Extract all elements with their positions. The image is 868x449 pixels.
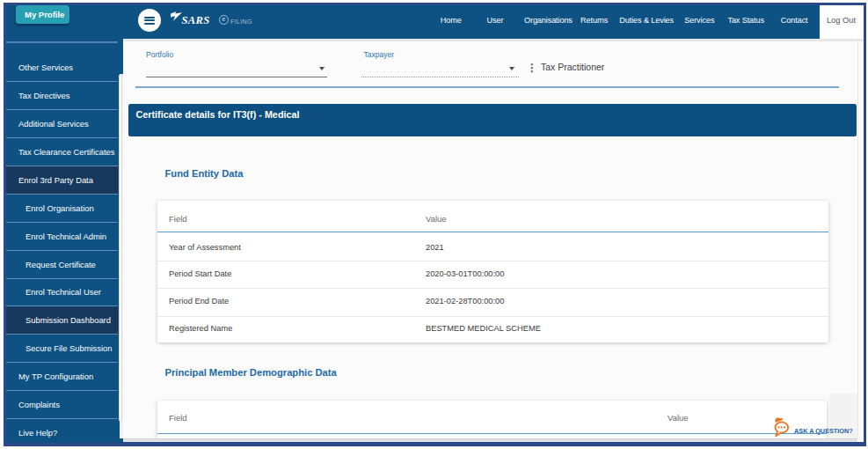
svg-text:SARS: SARS [182,14,210,26]
